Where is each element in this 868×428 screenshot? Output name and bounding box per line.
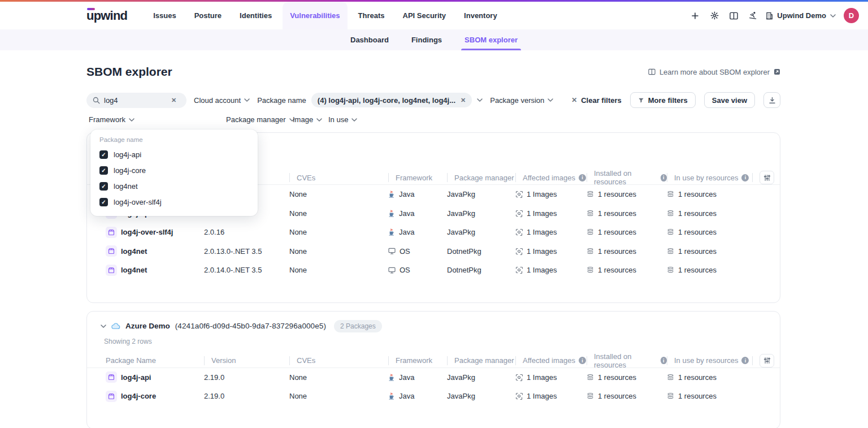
upwind-logo[interactable]: upwind bbox=[86, 2, 127, 29]
tab-sbom-explorer[interactable]: SBOM explorer bbox=[465, 29, 518, 50]
filter-in-use[interactable]: In use bbox=[328, 115, 357, 124]
info-icon[interactable]: i bbox=[741, 174, 749, 181]
package-count-badge: 2 Packages bbox=[334, 320, 382, 332]
cell-framework: Java bbox=[388, 190, 447, 198]
settings-gear-icon[interactable] bbox=[706, 7, 723, 24]
dropdown-option-log4j-core[interactable]: ✓ log4j-core bbox=[99, 166, 249, 175]
chevron-down-icon bbox=[351, 118, 357, 122]
column-in-use-by-resources: In use by resourcesi bbox=[667, 169, 752, 186]
filter-bar: ✕ Cloud account Package name (4) log4j-a… bbox=[86, 92, 780, 108]
layers-icon bbox=[587, 266, 594, 274]
column-settings-button[interactable] bbox=[760, 171, 774, 184]
filter-package-manager[interactable]: Package manager bbox=[226, 115, 295, 124]
nav-item-threats[interactable]: Threats bbox=[351, 2, 392, 29]
x-icon: ✕ bbox=[571, 96, 577, 104]
chevron-down-icon[interactable] bbox=[477, 98, 483, 102]
table-row[interactable]: log4j-over-slf4j 2.0.16 None Java JavaPk… bbox=[87, 223, 780, 242]
framework-label: Java bbox=[399, 228, 414, 236]
image-scan-icon bbox=[515, 191, 523, 198]
showing-rows-label: Showing 2 rows bbox=[104, 338, 780, 345]
cell-package-manager: JavaPkg bbox=[447, 373, 515, 382]
cell-cves: None bbox=[289, 373, 388, 382]
filter-image[interactable]: Image bbox=[293, 115, 322, 124]
checkbox-checked-icon[interactable]: ✓ bbox=[99, 198, 108, 206]
package-name: log4net bbox=[121, 266, 147, 274]
option-label: log4net bbox=[114, 182, 138, 191]
column-settings bbox=[752, 352, 774, 369]
panels-icon[interactable] bbox=[725, 7, 742, 24]
cell-version: 2.19.0 bbox=[204, 392, 289, 400]
filter-package-version[interactable]: Package version bbox=[490, 96, 553, 105]
chevron-down-icon[interactable] bbox=[101, 325, 106, 328]
search-box[interactable]: ✕ bbox=[86, 93, 186, 108]
column-settings-button[interactable] bbox=[760, 354, 774, 368]
clear-filters-button[interactable]: ✕ Clear filters bbox=[571, 96, 622, 105]
package-name: log4j-over-slf4j bbox=[121, 228, 173, 236]
checkbox-checked-icon[interactable]: ✓ bbox=[99, 166, 108, 175]
remove-chip-icon[interactable]: ✕ bbox=[461, 97, 466, 104]
checkbox-checked-icon[interactable]: ✓ bbox=[99, 150, 108, 159]
primary-nav: IssuesPostureIdentitiesVulnerabilitiesTh… bbox=[146, 2, 504, 29]
chevron-down-icon bbox=[830, 14, 836, 18]
package-name: log4j-core bbox=[121, 392, 156, 400]
more-filters-button[interactable]: More filters bbox=[630, 92, 696, 108]
filter-actions: ✕ Clear filters More filters Save view bbox=[571, 92, 780, 108]
topbar: upwind IssuesPostureIdentitiesVulnerabil… bbox=[0, 2, 868, 29]
search-input[interactable] bbox=[104, 96, 167, 105]
org-switcher[interactable]: Upwind Demo bbox=[766, 11, 836, 20]
info-icon[interactable]: i bbox=[741, 357, 749, 364]
nav-item-issues[interactable]: Issues bbox=[146, 2, 183, 29]
export-button[interactable] bbox=[763, 92, 780, 108]
cell-framework: OS bbox=[388, 247, 447, 256]
table-row[interactable]: log4j-core 2.19.0 None Java JavaPkg 1 Im… bbox=[87, 387, 780, 406]
cell-package-name: log4net bbox=[106, 265, 204, 276]
user-avatar[interactable]: D bbox=[844, 8, 859, 23]
package-name-chip[interactable]: (4) log4j-api, log4j-core, log4net, log4… bbox=[311, 93, 472, 107]
nav-item-posture[interactable]: Posture bbox=[187, 2, 229, 29]
info-icon[interactable]: i bbox=[579, 174, 586, 181]
learn-more-link[interactable]: Learn more about SBOM explorer bbox=[648, 68, 780, 76]
cell-framework: Java bbox=[388, 209, 447, 218]
nav-item-api-security[interactable]: API Security bbox=[396, 2, 454, 29]
cell-affected-images: 1 Images bbox=[515, 228, 587, 236]
info-icon[interactable]: i bbox=[661, 357, 667, 364]
image-scan-icon bbox=[515, 248, 523, 255]
dropdown-option-log4j-over-slf4j[interactable]: ✓ log4j-over-slf4j bbox=[99, 197, 249, 206]
package-name-label[interactable]: Package name bbox=[257, 96, 306, 105]
clear-search-icon[interactable]: ✕ bbox=[171, 97, 176, 104]
dropdown-option-log4j-api[interactable]: ✓ log4j-api bbox=[99, 150, 249, 159]
tab-findings[interactable]: Findings bbox=[411, 29, 442, 50]
table-row[interactable]: log4j-api 2.19.0 None Java JavaPkg 1 Ima… bbox=[87, 368, 780, 387]
table-row[interactable]: log4net 2.0.14.0-.NET 3.5 None OS Dotnet… bbox=[87, 261, 780, 280]
cell-installed-on-resources: 1 resources bbox=[587, 228, 667, 236]
info-icon[interactable]: i bbox=[661, 174, 667, 181]
filter-framework[interactable]: Framework bbox=[89, 115, 134, 124]
package-name-dropdown: Package name ✓ log4j-api ✓ log4j-core ✓ … bbox=[90, 129, 258, 216]
column-cves: CVEs bbox=[289, 169, 388, 186]
checkbox-checked-icon[interactable]: ✓ bbox=[99, 182, 108, 191]
cell-in-use-by-resources: 1 resources bbox=[667, 373, 752, 382]
filter-package-name: Package name (4) log4j-api, log4j-core, … bbox=[257, 93, 483, 107]
cell-package-name: log4j-core bbox=[106, 391, 204, 402]
cell-version: 2.0.14.0-.NET 3.5 bbox=[204, 266, 289, 274]
column-package-name: Package Name bbox=[106, 352, 204, 369]
nav-item-vulnerabilities[interactable]: Vulnerabilities bbox=[283, 2, 347, 29]
save-view-button[interactable]: Save view bbox=[704, 92, 755, 108]
tab-dashboard[interactable]: Dashboard bbox=[350, 29, 389, 50]
column-settings bbox=[752, 169, 774, 186]
info-icon[interactable]: i bbox=[579, 357, 586, 364]
table-row[interactable]: log4net 2.0.13.0-.NET 3.5 None OS Dotnet… bbox=[87, 242, 780, 261]
java-icon bbox=[388, 210, 395, 217]
cell-cves: None bbox=[289, 228, 388, 236]
filter-cloud-account[interactable]: Cloud account bbox=[194, 96, 250, 105]
option-label: log4j-core bbox=[114, 166, 146, 175]
ski-tour-icon[interactable] bbox=[744, 7, 761, 24]
image-scan-icon bbox=[515, 392, 523, 400]
secondary-nav: DashboardFindingsSBOM explorer bbox=[0, 29, 868, 50]
nav-item-identities[interactable]: Identities bbox=[232, 2, 279, 29]
dropdown-option-log4net[interactable]: ✓ log4net bbox=[99, 181, 249, 191]
cell-in-use-by-resources: 1 resources bbox=[667, 266, 752, 274]
add-icon[interactable] bbox=[687, 7, 704, 24]
funnel-icon bbox=[638, 97, 644, 103]
nav-item-inventory[interactable]: Inventory bbox=[457, 2, 505, 29]
